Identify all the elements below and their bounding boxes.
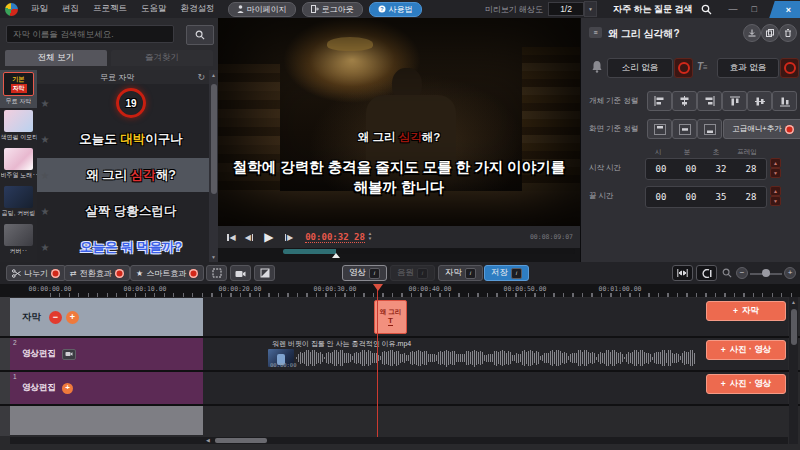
subtitle-track-header[interactable]: 자막 − + [10,298,203,336]
start-time-spinner[interactable]: ▲ ▼ [770,158,781,178]
camera-tool-button[interactable] [230,265,251,281]
menu-file[interactable]: 파일 [24,3,55,15]
pack-cover[interactable]: 곰딩, 커버링 [0,184,37,222]
scroll-up-icon[interactable]: ▲ [789,299,798,305]
zoom-in-button[interactable]: + [784,267,796,279]
list-item-19[interactable]: ★ 19 [37,86,209,120]
fit-timeline-button[interactable] [672,265,693,281]
align-bottom-icon[interactable] [772,91,797,111]
menu-project[interactable]: 프로젝트 [86,3,134,15]
smart-effect-button[interactable]: ★ 스마트효과 [130,265,204,281]
spin-up-icon[interactable]: ▲ [770,186,781,196]
seek-playhead-marker[interactable] [332,253,340,258]
video-clip[interactable]: 워렌 버핏이 집을 안 사는 충격적인 이유.mp4 00:00:00 [268,338,700,370]
end-time-field[interactable]: 00003528 [645,186,767,208]
scroll-left-icon[interactable]: ◀ [206,437,210,443]
screen-align-bottom-icon[interactable] [697,119,722,139]
scrollbar-thumb[interactable] [211,84,217,194]
scrollbar-thumb[interactable] [791,309,797,345]
resolution-dropdown-button[interactable]: ▼ [584,1,597,17]
favorite-star-icon[interactable]: ★ [37,206,53,217]
save-button[interactable]: 저장i [484,265,529,281]
add-subtitle-track-button[interactable]: + [66,311,79,324]
play-button[interactable]: ▶ [264,230,273,244]
transition-effect-button[interactable]: ⇄ 전환효과 [64,265,130,281]
scroll-down-icon[interactable]: ▼ [209,254,218,260]
close-button[interactable]: × [769,1,800,18]
zoom-out-button[interactable]: − [736,267,748,279]
mode-audio-button[interactable]: 음원i [390,265,435,281]
align-top-icon[interactable] [722,91,747,111]
list-scrollbar[interactable]: ▲ ▼ [209,70,218,262]
refresh-icon[interactable]: ↻ [197,72,205,82]
list-item-flustered[interactable]: ★ 살짝 당황스럽다 [37,194,209,228]
scrollbar-thumb[interactable] [215,438,267,443]
crop-tool-button[interactable] [206,265,227,281]
start-time-field[interactable]: 00003228 [645,158,767,180]
add-subtitle-button[interactable]: +자막 [706,301,786,321]
sound-premium-button[interactable] [674,58,693,78]
menu-help[interactable]: 도움말 [134,3,174,15]
mypage-button[interactable]: 마이페이지 [228,2,296,17]
playhead-line[interactable] [377,284,378,437]
usage-button[interactable]: ? 사용법 [369,2,422,17]
menu-edit[interactable]: 편집 [55,3,86,15]
timeline-ruler[interactable]: 00:00:00.00 00:00:10.00 00:00:20.00 00:0… [0,284,800,297]
search-icon[interactable] [701,4,712,15]
screen-align-top-icon[interactable] [647,119,672,139]
subtitle-clip[interactable]: 왜 그리 T [374,300,407,334]
sound-effect-field[interactable]: 소리 없음 [607,58,673,78]
screen-align-middle-icon[interactable] [672,119,697,139]
add-photo-video-button-2[interactable]: +사진 · 영상 [706,374,786,394]
split-button[interactable]: 나누기 [6,265,66,281]
effect-premium-button[interactable] [780,58,799,78]
favorite-star-icon[interactable]: ★ [37,98,53,109]
mode-video-button[interactable]: 영상i [342,265,387,281]
contrast-tool-button[interactable] [254,265,275,281]
zoom-slider-knob[interactable] [762,269,770,277]
minimize-button[interactable]: — [722,4,745,14]
delete-style-button[interactable] [779,24,797,42]
add-video-track-button[interactable]: + [62,383,73,394]
logout-button[interactable]: 로그아웃 [302,2,363,17]
timecode-spinner[interactable]: ▲▼ [368,232,372,242]
preview-resolution-value[interactable]: 1/2 [548,2,584,16]
favorite-star-icon[interactable]: ★ [37,242,53,253]
pack-free-subtitle[interactable]: 기본 자막 무료 자막 [0,70,37,108]
follow-playhead-button[interactable] [696,265,717,281]
pack-crayon-emoticon[interactable]: 색연필 이모티‥ [0,108,37,146]
playhead-handle[interactable] [373,284,383,291]
spin-down-icon[interactable]: ▼ [770,196,781,206]
video-track-1-header[interactable]: 1 영상편집 + [10,372,203,404]
favorite-star-icon[interactable]: ★ [37,134,53,145]
overlay-subtitle-main[interactable]: 철학에 강력한 충격을 줄지도 모를 한 가지 이야기를 해볼까 합니다 [232,158,565,197]
spin-down-icon[interactable]: ▼ [770,168,781,178]
skip-to-start-button[interactable]: ◀ [227,233,236,242]
add-photo-video-button[interactable]: +사진 · 영상 [706,340,786,360]
align-left-icon[interactable] [647,91,672,111]
next-frame-button[interactable]: ▶ [285,233,294,242]
advanced-animation-button[interactable]: 고급애니+추가 [723,119,800,139]
faq-search-label[interactable]: 자주 하는 질문 검색 [613,3,693,16]
video-track-2-header[interactable]: 2 영상편집 [10,338,203,370]
maximize-button[interactable]: □ [745,4,764,14]
download-style-button[interactable] [743,24,761,42]
spin-up-icon[interactable]: ▲ [770,158,781,168]
menu-settings[interactable]: 환경설정 [174,3,222,15]
list-item-serious-selected[interactable]: ★ 왜 그리 심각해? [37,158,209,192]
timeline-h-scrollbar[interactable]: ◀ [10,437,788,444]
align-middle-icon[interactable] [747,91,772,111]
text-effect-field[interactable]: 효과 없음 [717,58,779,78]
timeline-v-scrollbar[interactable]: ▲ [789,297,798,444]
pack-visual-song[interactable]: 비주얼 노래‥ [0,146,37,184]
previous-frame-button[interactable]: ◀ [245,233,254,242]
remove-subtitle-track-button[interactable]: − [49,311,62,324]
scroll-up-icon[interactable]: ▲ [209,72,218,78]
list-item-what-to-eat[interactable]: ★ 오늘은 뭐 먹을까? [37,230,209,262]
end-time-spinner[interactable]: ▲ ▼ [770,186,781,206]
subtitle-search-input[interactable] [6,25,174,43]
overlay-subtitle-top[interactable]: 왜 그리 심각해? [218,130,580,145]
video-frame[interactable]: 왜 그리 심각해? 철학에 강력한 충격을 줄지도 모를 한 가지 이야기를 해… [218,18,580,226]
align-center-h-icon[interactable] [672,91,697,111]
align-right-icon[interactable] [697,91,722,111]
